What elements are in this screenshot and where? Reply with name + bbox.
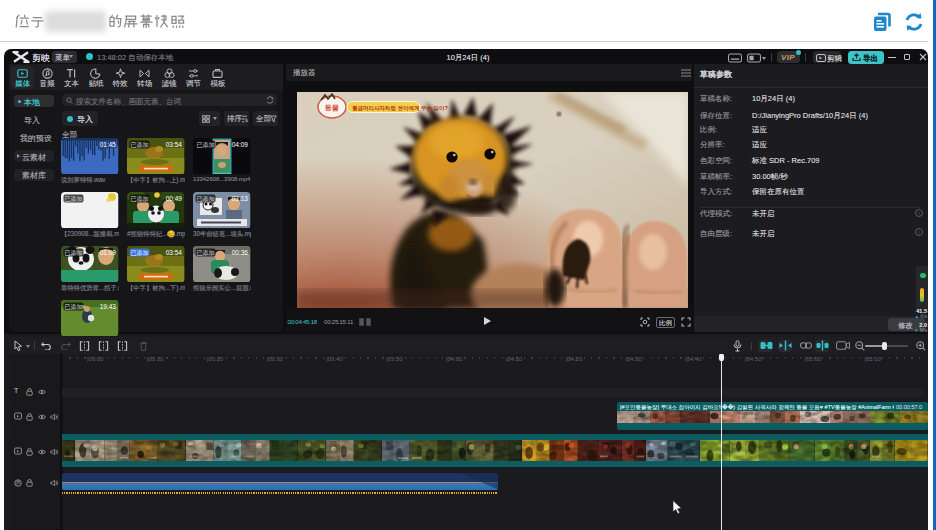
- svg-text:00:49: 00:49: [166, 195, 183, 202]
- svg-text:已添加: 已添加: [131, 248, 149, 255]
- svg-text:01:09: 01:09: [100, 249, 117, 256]
- svg-text:已添加: 已添加: [197, 140, 215, 147]
- svg-text:已添加: 已添加: [65, 302, 83, 309]
- svg-text:已添加: 已添加: [197, 248, 215, 255]
- svg-text:✕: ✕: [81, 304, 86, 310]
- svg-text:03:54: 03:54: [166, 141, 183, 148]
- svg-text:황금머리사자처럼 천이에게 무슨 일이?: 황금머리사자처럼 천이에게 무슨 일이?: [352, 105, 449, 112]
- svg-text:已添加: 已添加: [131, 194, 149, 201]
- svg-text:00:36: 00:36: [232, 249, 249, 256]
- svg-text:已添加: 已添加: [131, 140, 149, 147]
- svg-text:19:43: 19:43: [100, 303, 117, 310]
- svg-text:동물: 동물: [325, 104, 339, 112]
- svg-text:03:13: 03:13: [232, 195, 249, 202]
- svg-text:01:45: 01:45: [100, 141, 117, 148]
- svg-text:已添加: 已添加: [197, 194, 215, 201]
- svg-text:04:09: 04:09: [232, 141, 249, 148]
- svg-text:03:54: 03:54: [166, 249, 183, 256]
- svg-text:已添加: 已添加: [65, 248, 83, 255]
- svg-text:已添加: 已添加: [65, 194, 83, 201]
